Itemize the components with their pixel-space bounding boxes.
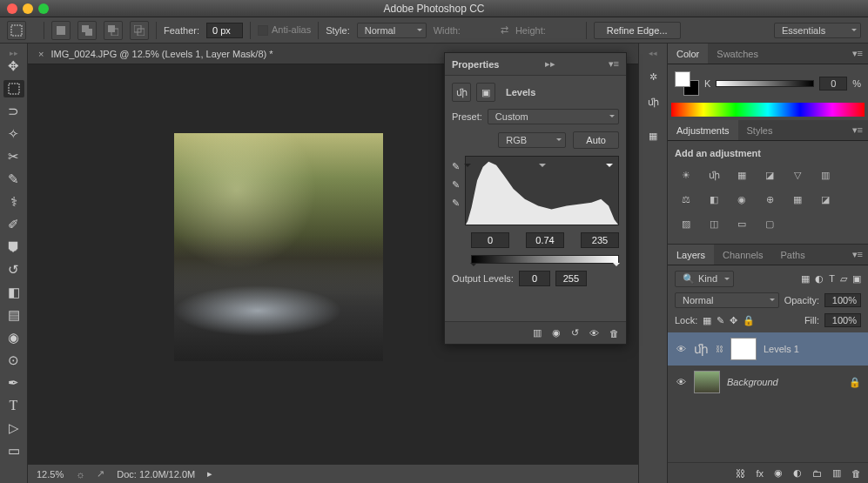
k-slider-track[interactable] xyxy=(716,80,814,87)
selection-add-icon[interactable] xyxy=(77,21,97,40)
gamma-input-slider[interactable] xyxy=(539,164,546,171)
path-selection-tool-icon[interactable]: ▷ xyxy=(3,419,24,437)
styles-tab[interactable]: Styles xyxy=(738,120,782,140)
info-dock-icon[interactable]: ▦ xyxy=(649,131,657,142)
lock-pixels-icon[interactable]: ✎ xyxy=(717,315,724,326)
blend-mode-dropdown[interactable]: Normal xyxy=(675,292,779,308)
layers-tab[interactable]: Layers xyxy=(668,245,714,265)
filter-adjustment-icon[interactable]: ◐ xyxy=(815,273,824,285)
close-window-button[interactable] xyxy=(7,3,17,14)
output-gradient[interactable] xyxy=(471,255,619,264)
invert-adj-icon[interactable]: ◪ xyxy=(816,191,835,207)
gradient-tool-icon[interactable]: ▤ xyxy=(3,306,24,324)
fill-field[interactable]: 100% xyxy=(824,313,861,327)
toggle-visibility-icon[interactable]: 👁 xyxy=(589,328,599,339)
photo-filter-adj-icon[interactable]: ◉ xyxy=(732,191,751,207)
lock-position-icon[interactable]: ✥ xyxy=(730,315,737,326)
history-brush-tool-icon[interactable]: ↺ xyxy=(3,261,24,278)
mask-type-icon[interactable]: ▣ xyxy=(476,83,495,102)
bw-adj-icon[interactable]: ◧ xyxy=(704,191,723,207)
lock-transparency-icon[interactable]: ▦ xyxy=(703,315,711,326)
magic-wand-tool-icon[interactable]: ✧ xyxy=(3,125,24,143)
layer-row[interactable]: 👁 Background 🔒 xyxy=(668,366,868,399)
input-black-field[interactable]: 0 xyxy=(471,232,509,248)
preset-dropdown[interactable]: Custom xyxy=(488,109,619,124)
output-black-field[interactable]: 0 xyxy=(519,271,550,286)
new-adjustment-layer-icon[interactable]: ◐ xyxy=(793,467,802,479)
minimize-window-button[interactable] xyxy=(23,3,33,14)
black-output-slider[interactable] xyxy=(470,263,477,270)
delete-adjustment-icon[interactable]: 🗑 xyxy=(609,328,619,339)
blur-tool-icon[interactable]: ◉ xyxy=(3,329,24,346)
properties-collapse-icon[interactable]: ▸▸ xyxy=(545,58,555,70)
gradient-map-adj-icon[interactable]: ▭ xyxy=(732,216,751,231)
adjustment-type-icon[interactable]: ﬕ xyxy=(452,83,471,102)
link-layers-icon[interactable]: ⛓ xyxy=(736,468,745,479)
adjustments-flyout-icon[interactable]: ▾≡ xyxy=(852,124,868,136)
k-value-field[interactable]: 0 xyxy=(819,77,847,91)
workspace-dropdown[interactable]: Essentials xyxy=(774,23,861,38)
layer-name[interactable]: Background xyxy=(727,377,778,387)
add-mask-icon[interactable]: ◉ xyxy=(774,467,783,479)
crop-tool-icon[interactable]: ✂ xyxy=(3,148,24,165)
dodge-tool-icon[interactable]: ⊙ xyxy=(3,352,24,369)
close-tab-icon[interactable]: × xyxy=(38,49,44,59)
black-point-eyedropper-icon[interactable]: ✎ xyxy=(452,161,460,172)
pen-tool-icon[interactable]: ✒ xyxy=(3,374,24,392)
brightness-adj-icon[interactable]: ☀ xyxy=(676,167,696,183)
white-input-slider[interactable] xyxy=(606,164,613,171)
input-gamma-field[interactable]: 0.74 xyxy=(526,232,564,248)
visibility-toggle-icon[interactable]: 👁 xyxy=(675,377,687,387)
layer-link-icon[interactable]: ⛓ xyxy=(716,345,723,353)
input-white-field[interactable]: 235 xyxy=(581,232,619,248)
filter-smart-icon[interactable]: ▣ xyxy=(852,273,861,285)
properties-flyout-icon[interactable]: ▾≡ xyxy=(609,58,619,70)
layer-mask-thumb[interactable] xyxy=(730,338,757,360)
output-white-field[interactable]: 255 xyxy=(555,271,587,286)
eraser-tool-icon[interactable]: ◧ xyxy=(3,284,24,301)
levels-histogram[interactable] xyxy=(465,156,619,225)
layer-fx-icon[interactable]: fx xyxy=(756,468,764,479)
new-group-icon[interactable]: 🗀 xyxy=(812,468,822,479)
vibrance-adj-icon[interactable]: ▽ xyxy=(788,167,807,183)
reset-adjustment-icon[interactable]: ↺ xyxy=(571,327,579,339)
layer-thumb[interactable] xyxy=(694,371,720,393)
adjustments-tab[interactable]: Adjustments xyxy=(668,120,738,140)
marquee-tool-preset-icon[interactable] xyxy=(7,21,26,40)
color-tab[interactable]: Color xyxy=(668,44,708,64)
foreground-background-swatch[interactable] xyxy=(675,71,699,96)
color-flyout-icon[interactable]: ▾≡ xyxy=(852,48,868,59)
levels-adj-icon[interactable]: ﬕ xyxy=(704,167,723,183)
selection-subtract-icon[interactable] xyxy=(104,21,123,40)
selection-intersect-icon[interactable] xyxy=(130,21,149,40)
swatches-tab[interactable]: Swatches xyxy=(708,44,767,64)
selective-color-adj-icon[interactable]: ▢ xyxy=(760,216,779,231)
auto-button[interactable]: Auto xyxy=(573,131,619,149)
layer-row[interactable]: 👁 ﬕ ⛓ Levels 1 xyxy=(668,332,868,366)
exposure-adj-icon[interactable]: ◪ xyxy=(760,167,779,183)
visibility-toggle-icon[interactable]: 👁 xyxy=(675,344,687,354)
navigator-dock-icon[interactable]: ✲ xyxy=(649,71,657,83)
posterize-adj-icon[interactable]: ▨ xyxy=(676,216,696,231)
color-balance-adj-icon[interactable]: ⚖ xyxy=(676,191,696,207)
lock-all-icon[interactable]: 🔒 xyxy=(743,315,755,326)
marquee-tool-icon[interactable] xyxy=(3,80,24,97)
view-previous-icon[interactable]: ◉ xyxy=(552,327,561,339)
white-output-slider[interactable] xyxy=(613,263,620,270)
layer-name[interactable]: Levels 1 xyxy=(764,344,799,354)
layers-flyout-icon[interactable]: ▾≡ xyxy=(852,249,868,260)
channel-mixer-adj-icon[interactable]: ⊕ xyxy=(760,191,779,207)
share-icon[interactable]: ↗ xyxy=(97,468,104,480)
threshold-adj-icon[interactable]: ◫ xyxy=(704,216,723,231)
black-input-slider[interactable] xyxy=(464,164,471,171)
paths-tab[interactable]: Paths xyxy=(772,245,814,265)
style-dropdown[interactable]: Normal xyxy=(357,23,427,38)
doc-size-flyout-icon[interactable]: ▸ xyxy=(207,468,212,480)
feather-field[interactable]: 0 px xyxy=(206,23,243,38)
zoom-window-button[interactable] xyxy=(38,3,49,14)
rectangle-tool-icon[interactable]: ▭ xyxy=(3,442,24,460)
brush-tool-icon[interactable]: ✐ xyxy=(3,216,24,233)
filter-type-icon[interactable]: T xyxy=(829,273,835,285)
delete-layer-icon[interactable]: 🗑 xyxy=(851,468,861,479)
gray-point-eyedropper-icon[interactable]: ✎ xyxy=(452,179,460,191)
